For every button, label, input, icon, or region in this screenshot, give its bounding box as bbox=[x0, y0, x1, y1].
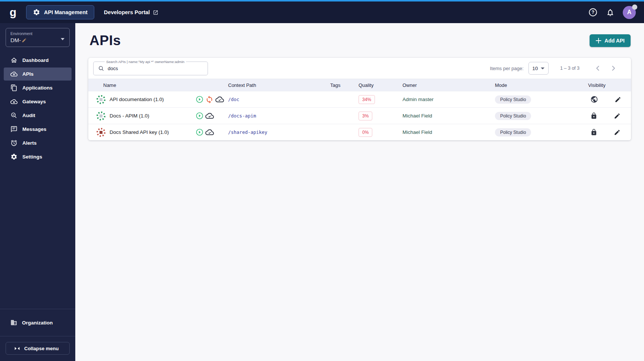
notifications-bell-icon[interactable] bbox=[606, 8, 615, 17]
topbar-actions: ? A bbox=[588, 6, 636, 19]
collapse-menu-label: Collapse menu bbox=[24, 346, 59, 351]
started-icon bbox=[196, 95, 203, 103]
search-field[interactable]: Search APIs | name:"My api *" ownerName:… bbox=[93, 62, 208, 75]
cloud-upload-icon bbox=[10, 70, 18, 78]
api-management-label: API Management bbox=[44, 9, 88, 15]
add-api-label: Add API bbox=[604, 38, 625, 44]
gear-icon bbox=[10, 153, 18, 160]
organization-label: Organization bbox=[22, 320, 53, 326]
previous-page-button[interactable] bbox=[590, 64, 606, 73]
sidebar-item-label: Settings bbox=[22, 154, 42, 160]
chevron-down-icon bbox=[61, 38, 64, 40]
items-per-page-value: 10 bbox=[532, 66, 538, 71]
add-api-button[interactable]: Add API bbox=[590, 34, 631, 47]
deployed-icon bbox=[205, 128, 214, 136]
sidebar-item-label: Alerts bbox=[22, 140, 37, 146]
column-header-visibility: Visibility bbox=[588, 82, 631, 88]
building-icon bbox=[10, 319, 17, 326]
sidebar-item-dashboard[interactable]: Dashboard bbox=[4, 54, 72, 67]
sidebar-item-label: Gateways bbox=[22, 99, 46, 104]
pagination-range: 1 – 3 of 3 bbox=[560, 66, 580, 71]
api-avatar bbox=[96, 95, 106, 104]
table-row[interactable]: API documentation (1.0) /doc 34% Admin m… bbox=[88, 91, 631, 107]
sidebar-item-settings[interactable]: Settings bbox=[4, 150, 72, 163]
avatar-status-dot bbox=[632, 4, 637, 10]
main-content: APIs Add API Search APIs | name:"My api … bbox=[75, 23, 644, 361]
sidebar-item-label: Messages bbox=[22, 126, 47, 132]
plus-icon bbox=[596, 38, 602, 44]
help-icon[interactable]: ? bbox=[588, 7, 598, 17]
svg-text:?: ? bbox=[591, 10, 594, 15]
external-link-icon bbox=[153, 10, 158, 15]
column-header-quality: Quality bbox=[359, 82, 402, 88]
environment-selector[interactable]: Environment DM- bbox=[6, 28, 70, 47]
sidebar-item-messages[interactable]: Messages bbox=[4, 123, 72, 136]
collapse-menu-button[interactable]: Collapse menu bbox=[6, 342, 70, 355]
copy-icon bbox=[10, 84, 18, 91]
user-avatar[interactable]: A bbox=[623, 6, 636, 19]
sidebar-nav: Dashboard APIs Applications Gateways Aud… bbox=[0, 54, 75, 163]
sidebar-item-alerts[interactable]: Alerts bbox=[4, 136, 72, 150]
owner-name: Michael Field bbox=[402, 113, 495, 119]
pencil-emoji-icon bbox=[22, 38, 27, 43]
api-name: Docs Shared API key (1.0) bbox=[110, 129, 169, 135]
api-name: Docs - APIM (1.0) bbox=[110, 113, 149, 119]
deployed-icon bbox=[205, 112, 214, 120]
owner-name: Admin master bbox=[402, 97, 495, 102]
api-avatar bbox=[96, 128, 106, 137]
sidebar-item-apis[interactable]: APIs bbox=[4, 68, 72, 81]
context-path: /shared-apikey bbox=[228, 129, 330, 135]
context-path: /doc bbox=[228, 97, 330, 102]
sidebar-item-gateways[interactable]: Gateways bbox=[4, 95, 72, 108]
developers-portal-label: Developers Portal bbox=[104, 9, 150, 15]
search-field-label: Search APIs | name:"My api *" ownerName:… bbox=[105, 60, 186, 64]
table-row[interactable]: Docs - APIM (1.0) /docs-apim 3% Michael … bbox=[88, 107, 631, 124]
page: g API Management Developers Portal ? A bbox=[0, 0, 644, 361]
out-of-sync-icon bbox=[205, 95, 214, 104]
chevron-down-icon bbox=[541, 68, 544, 69]
quality-badge: 3% bbox=[359, 112, 372, 120]
gear-icon bbox=[33, 9, 40, 16]
started-icon bbox=[196, 112, 203, 120]
page-title: APIs bbox=[89, 33, 121, 48]
environment-label: Environment bbox=[10, 31, 65, 36]
next-page-button[interactable] bbox=[606, 64, 621, 73]
column-header-context-path: Context Path bbox=[228, 82, 330, 88]
message-icon bbox=[10, 126, 18, 133]
edit-api-button[interactable] bbox=[615, 96, 621, 103]
top-bar: g API Management Developers Portal ? A bbox=[0, 0, 644, 23]
mode-badge: Policy Studio bbox=[495, 95, 531, 104]
column-header-name: Name bbox=[96, 82, 193, 88]
edit-api-button[interactable] bbox=[614, 129, 621, 136]
edit-api-button[interactable] bbox=[614, 113, 621, 119]
search-icon bbox=[98, 65, 104, 72]
sidebar-item-audit[interactable]: Audit bbox=[4, 109, 72, 122]
environment-value: DM- bbox=[10, 37, 21, 43]
sidebar-item-label: Dashboard bbox=[22, 57, 49, 63]
items-per-page-label: Items per page: bbox=[490, 66, 524, 71]
lock-icon bbox=[590, 129, 597, 136]
developers-portal-link[interactable]: Developers Portal bbox=[104, 9, 158, 15]
sidebar-item-label: Audit bbox=[22, 113, 35, 118]
sidebar-item-applications[interactable]: Applications bbox=[4, 81, 72, 94]
api-avatar bbox=[96, 111, 106, 121]
search-check-icon bbox=[10, 112, 18, 119]
lock-icon bbox=[590, 112, 597, 119]
cloud-download-icon bbox=[10, 98, 18, 105]
sidebar-item-organization[interactable]: Organization bbox=[0, 309, 75, 336]
owner-name: Michael Field bbox=[402, 129, 495, 135]
alarm-icon bbox=[10, 139, 18, 147]
table-row[interactable]: Docs Shared API key (1.0) /shared-apikey… bbox=[88, 124, 631, 140]
items-per-page-select[interactable]: 10 bbox=[528, 62, 549, 75]
search-input[interactable] bbox=[108, 66, 193, 71]
mode-badge: Policy Studio bbox=[495, 128, 531, 136]
column-header-tags: Tags bbox=[330, 82, 359, 88]
gravitee-logo[interactable]: g bbox=[7, 7, 19, 18]
table-header-row: Name Context Path Tags Quality Owner Mod… bbox=[88, 79, 631, 91]
api-management-button[interactable]: API Management bbox=[26, 5, 94, 19]
quality-badge: 0% bbox=[359, 128, 372, 137]
sidebar-item-label: APIs bbox=[22, 71, 34, 77]
deployed-icon bbox=[215, 95, 224, 104]
started-icon bbox=[196, 128, 203, 136]
sidebar-item-label: Applications bbox=[22, 85, 53, 91]
